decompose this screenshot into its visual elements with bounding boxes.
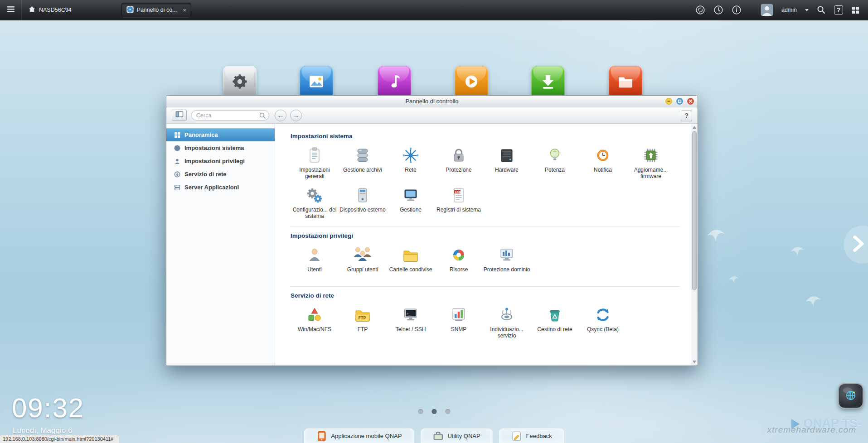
user-name-label[interactable]: admin bbox=[781, 7, 797, 13]
main-menu-button[interactable] bbox=[0, 0, 22, 20]
background-task-icon[interactable] bbox=[695, 5, 705, 15]
scrollbar[interactable] bbox=[691, 124, 698, 366]
nas-home-button[interactable]: NASD56C94 bbox=[22, 5, 78, 14]
app-gestione-archivi[interactable]: Gestione archivi bbox=[339, 145, 387, 179]
tab-control-panel[interactable]: Pannello di co... × bbox=[121, 3, 192, 17]
minimize-button[interactable] bbox=[665, 98, 672, 105]
app-gestione[interactable]: Gestione bbox=[387, 185, 435, 219]
folder-icon bbox=[387, 245, 435, 265]
avatar[interactable] bbox=[761, 4, 773, 16]
scroll-down-icon[interactable] bbox=[693, 361, 696, 363]
file-station-icon bbox=[615, 71, 636, 94]
video-station-icon bbox=[461, 71, 482, 94]
terminal-icon: >_ bbox=[387, 304, 435, 325]
desktop-icon-control-panel[interactable] bbox=[223, 66, 257, 99]
app-notifica[interactable]: Notifica bbox=[579, 145, 627, 179]
magnifier-icon bbox=[259, 112, 266, 121]
forward-button[interactable]: → bbox=[290, 110, 302, 121]
app-grid: Impostazioni generaliGestione archiviRet… bbox=[291, 145, 679, 219]
maximize-button[interactable] bbox=[676, 98, 683, 105]
search-input[interactable] bbox=[191, 110, 269, 120]
recycle-icon bbox=[531, 304, 579, 325]
floating-monitor-button[interactable] bbox=[838, 383, 863, 409]
app-protezione[interactable]: Protezione bbox=[435, 145, 483, 179]
app-impostazioni-generali[interactable]: Impostazioni generali bbox=[291, 145, 339, 179]
app-label: Qsync (Beta) bbox=[579, 327, 627, 339]
app-label: Gestione archivi bbox=[339, 167, 387, 179]
nas-name-label: NASD56C94 bbox=[39, 7, 72, 13]
desktop-icon-music-station[interactable] bbox=[378, 66, 411, 99]
dock-item-label: Feedback bbox=[526, 433, 552, 439]
scroll-up-icon[interactable] bbox=[693, 126, 696, 129]
chevron-down-icon[interactable] bbox=[805, 9, 809, 11]
sb-service-icon bbox=[174, 171, 180, 178]
sidebar-item-panoramica[interactable]: Panoramica bbox=[166, 128, 275, 141]
app-hardware[interactable]: Hardware bbox=[483, 145, 531, 179]
dock: Applicazione mobile QNAPUtility QNAPFeed… bbox=[304, 429, 564, 443]
scrollbar-thumb[interactable] bbox=[692, 131, 697, 290]
dock-item-utility-qnap[interactable]: Utility QNAP bbox=[420, 429, 492, 443]
app-risorse[interactable]: Risorse bbox=[435, 245, 483, 279]
app-label: Individuazio... servizio bbox=[483, 327, 531, 339]
swallow-bird-icon bbox=[728, 274, 740, 288]
window-help-button[interactable]: ? bbox=[681, 110, 692, 121]
app-protezione-dominio[interactable]: Protezione dominio bbox=[483, 245, 531, 279]
dashboard-grid-icon[interactable] bbox=[851, 6, 860, 14]
user1-icon bbox=[291, 245, 339, 265]
svg-text:LOG: LOG bbox=[455, 191, 461, 193]
app-cartelle-condivise[interactable]: Cartelle condivise bbox=[387, 245, 435, 279]
desktop-icon-download-station[interactable] bbox=[531, 66, 565, 99]
app-aggiorname-firmware[interactable]: Aggiorname... firmware bbox=[627, 145, 675, 179]
app-ftp[interactable]: FTPFTP bbox=[339, 304, 387, 339]
info-icon[interactable] bbox=[732, 5, 742, 15]
desktop-icon-photo-station[interactable] bbox=[300, 66, 333, 99]
app-potenza[interactable]: Potenza bbox=[531, 145, 579, 179]
tab-close-icon[interactable]: × bbox=[183, 7, 187, 14]
desktop-icon-video-station[interactable] bbox=[455, 66, 488, 99]
app-win-mac-nfs[interactable]: Win/Mac/NFS bbox=[291, 304, 339, 339]
sidebar-item-impostazioni-sistema[interactable]: Impostazioni sistema bbox=[166, 141, 275, 154]
dock-item-label: Utility QNAP bbox=[447, 433, 480, 439]
desktop-icon-file-station[interactable] bbox=[609, 66, 642, 99]
app-label: Cartelle condivise bbox=[387, 267, 435, 279]
swallow-bird-icon bbox=[705, 226, 726, 249]
app-label: Utenti bbox=[291, 267, 339, 279]
app-cestino-di-rete[interactable]: Cestino di rete bbox=[531, 304, 579, 339]
app-qsync-beta[interactable]: Qsync (Beta) bbox=[579, 304, 627, 339]
dock-item-applicazione-mobile-qnap[interactable]: Applicazione mobile QNAP bbox=[304, 429, 414, 443]
app-snmp[interactable]: SNMP bbox=[435, 304, 483, 339]
sidebar-item-server-applicazioni[interactable]: Server Applicazioni bbox=[166, 181, 275, 194]
app-telnet-ssh[interactable]: >_Telnet / SSH bbox=[387, 304, 435, 339]
app-registri-di-sistema[interactable]: LOGRegistri di sistema bbox=[435, 185, 483, 219]
network-globe-icon bbox=[840, 385, 861, 407]
window-titlebar[interactable]: Pannello di controllo bbox=[166, 96, 698, 107]
section-title: Servizio di rete bbox=[291, 292, 679, 299]
search-icon[interactable] bbox=[817, 5, 826, 14]
help-icon[interactable]: ? bbox=[834, 5, 843, 14]
app-grid: UtentiGruppi utentiCartelle condiviseRis… bbox=[291, 245, 679, 279]
desktop-clock-date: Lunedì, Maggio 6 bbox=[13, 426, 72, 435]
app-individuazio-servizio[interactable]: Individuazio... servizio bbox=[483, 304, 531, 339]
dock-item-feedback[interactable]: Feedback bbox=[499, 429, 564, 443]
pagination-dot-3[interactable] bbox=[445, 409, 450, 414]
sidebar-toggle-button[interactable] bbox=[172, 110, 187, 121]
pagination-dot-2[interactable] bbox=[432, 409, 436, 414]
app-utenti[interactable]: Utenti bbox=[291, 245, 339, 279]
recent-activity-icon[interactable] bbox=[713, 5, 723, 15]
app-label: Rete bbox=[387, 167, 435, 179]
lock-icon bbox=[435, 145, 483, 166]
sidebar-item-impostazioni-privilegi[interactable]: Impostazioni privilegi bbox=[166, 154, 275, 168]
app-gruppi-utenti[interactable]: Gruppi utenti bbox=[339, 245, 387, 279]
status-url: 192.168.0.103:8080/cgi-bin/main.html?201… bbox=[0, 435, 119, 443]
server-icon bbox=[483, 145, 531, 166]
section-divider bbox=[291, 226, 679, 227]
app-configurazio-del-sistema[interactable]: Configurazio... del sistema bbox=[291, 185, 339, 219]
pagination-dot-1[interactable] bbox=[418, 409, 423, 414]
app-rete[interactable]: Rete bbox=[387, 145, 435, 179]
back-button[interactable]: ← bbox=[275, 110, 286, 121]
app-dispositivo-esterno[interactable]: Dispositivo esterno bbox=[339, 185, 387, 219]
chip-icon bbox=[627, 145, 675, 166]
cp-sidebar: PanoramicaImpostazioni sistemaImpostazio… bbox=[166, 124, 275, 366]
sidebar-item-servizio-di-rete[interactable]: Servizio di rete bbox=[166, 168, 275, 181]
close-button[interactable] bbox=[687, 98, 694, 105]
